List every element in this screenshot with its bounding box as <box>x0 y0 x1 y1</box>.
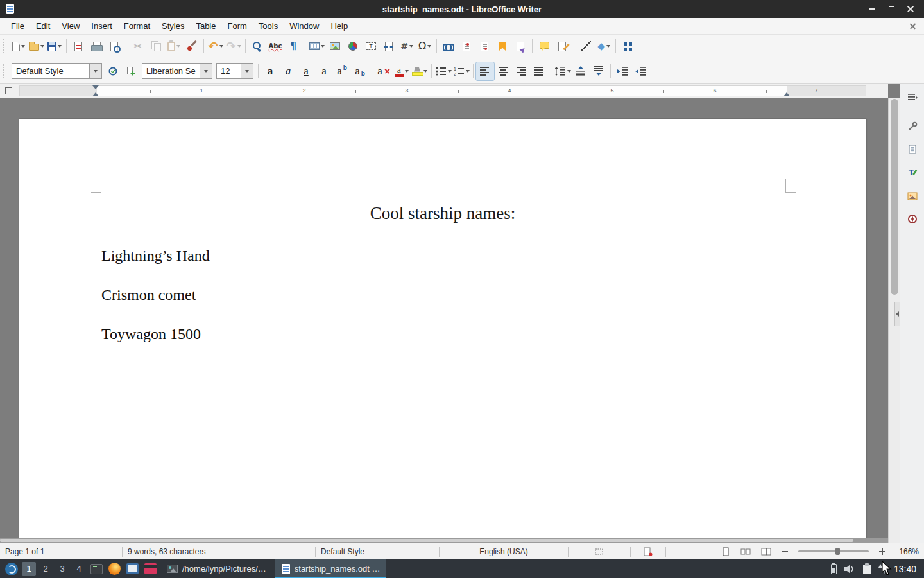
insert-field-button[interactable]: # <box>398 37 416 55</box>
status-language[interactable]: English (USA) <box>440 543 568 559</box>
document-paragraph[interactable]: Toywagon 1500 <box>101 324 866 344</box>
superscript-button[interactable]: ab <box>333 62 351 80</box>
new-style-button[interactable] <box>122 62 140 80</box>
bold-button[interactable]: a <box>261 62 279 80</box>
launcher-terminal-button[interactable] <box>89 561 104 577</box>
formatting-marks-button[interactable]: ¶ <box>284 37 302 55</box>
print-button[interactable] <box>87 37 105 55</box>
zoom-in-button[interactable] <box>874 543 891 559</box>
sidebar-gallery-button[interactable] <box>903 187 921 205</box>
toolbar-grip[interactable] <box>3 39 6 53</box>
insert-hyperlink-button[interactable] <box>440 37 458 55</box>
status-selection-mode[interactable] <box>569 543 630 559</box>
track-changes-button[interactable] <box>553 37 571 55</box>
right-indent-marker[interactable] <box>783 92 790 96</box>
insert-footnote-button[interactable] <box>458 37 475 55</box>
clock[interactable]: 13:40 <box>894 564 916 574</box>
horizontal-scrollbar[interactable] <box>0 538 888 543</box>
numbered-list-button[interactable]: 12 <box>452 62 470 80</box>
open-button[interactable] <box>28 37 46 55</box>
subscript-button[interactable]: ab <box>351 62 369 80</box>
workspace-3-button[interactable]: 3 <box>55 562 69 576</box>
underline-button[interactable]: a <box>297 62 315 80</box>
view-layout-multiple[interactable] <box>735 543 756 559</box>
menu-form[interactable]: Form <box>221 18 252 34</box>
left-indent-marker[interactable] <box>92 92 99 96</box>
launcher-firefox-button[interactable] <box>107 561 122 577</box>
ruler-body[interactable]: 1 2 3 4 5 6 7 <box>19 85 866 96</box>
insert-page-break-button[interactable] <box>380 37 398 55</box>
first-line-indent-marker[interactable] <box>92 85 99 89</box>
status-document-modified[interactable] <box>631 543 665 559</box>
print-preview-button[interactable] <box>105 37 123 55</box>
special-character-button[interactable]: Ω <box>416 37 434 55</box>
launcher-files-button[interactable] <box>124 561 140 577</box>
font-size-dropdown[interactable] <box>241 64 253 78</box>
export-pdf-button[interactable] <box>69 37 87 55</box>
indent-decrease-button[interactable] <box>631 62 649 80</box>
toolbar-grip[interactable] <box>3 64 6 78</box>
status-word-count[interactable]: 9 words, 63 characters <box>123 543 315 559</box>
insert-bookmark-button[interactable] <box>493 37 511 55</box>
document-paragraph[interactable]: Lightning’s Hand <box>101 245 866 266</box>
document-heading[interactable]: Cool starship names: <box>19 202 866 224</box>
cut-button[interactable]: ✂ <box>129 37 147 55</box>
strikethrough-button[interactable]: a <box>315 62 333 80</box>
app-launcher-button[interactable] <box>4 561 19 577</box>
paragraph-style-select[interactable]: Default Style <box>12 63 102 79</box>
save-button[interactable] <box>46 37 64 55</box>
horizontal-scrollbar-thumb[interactable] <box>0 539 853 542</box>
find-replace-button[interactable] <box>248 37 266 55</box>
undo-button[interactable]: ↶ <box>207 37 225 55</box>
vertical-scrollbar-thumb[interactable] <box>891 99 898 295</box>
font-name-select[interactable]: Liberation Se <box>142 63 212 79</box>
menu-insert[interactable]: Insert <box>85 18 118 34</box>
document-workspace[interactable]: Cool starship names: Lightning’s Hand Cr… <box>0 98 888 538</box>
copy-button[interactable] <box>147 37 165 55</box>
sidebar-page-button[interactable] <box>903 141 921 159</box>
line-spacing-button[interactable] <box>554 62 572 80</box>
zoom-slider-handle[interactable] <box>835 548 840 555</box>
task-writer-document[interactable]: startship_names.odt … <box>275 559 387 578</box>
insert-table-button[interactable] <box>308 37 326 55</box>
paragraph-spacing-increase-button[interactable] <box>572 62 590 80</box>
font-color-button[interactable]: a <box>393 62 411 80</box>
update-style-button[interactable] <box>104 62 122 80</box>
spelling-button[interactable]: Abc <box>266 37 284 55</box>
align-center-button[interactable] <box>494 62 512 80</box>
paragraph-spacing-decrease-button[interactable] <box>590 62 608 80</box>
sidebar-navigator-button[interactable] <box>903 210 921 228</box>
sidebar-settings-button[interactable] <box>903 88 921 106</box>
redo-button[interactable]: ↷ <box>225 37 243 55</box>
insert-line-button[interactable] <box>577 37 595 55</box>
zoom-slider[interactable] <box>798 550 869 552</box>
insert-cross-reference-button[interactable] <box>511 37 529 55</box>
menu-help[interactable]: Help <box>325 18 354 34</box>
zoom-percentage[interactable]: 166% <box>891 543 924 559</box>
menu-format[interactable]: Format <box>118 18 156 34</box>
sidebar-styles-button[interactable]: T <box>903 164 921 182</box>
insert-image-button[interactable] <box>326 37 344 55</box>
italic-button[interactable]: a <box>279 62 297 80</box>
view-layout-single[interactable] <box>716 543 735 559</box>
sidebar-hide-handle[interactable] <box>894 302 900 326</box>
close-button[interactable] <box>906 4 915 13</box>
show-draw-functions-button[interactable] <box>619 37 637 55</box>
menu-view[interactable]: View <box>56 18 85 34</box>
tab-stop-selector[interactable] <box>5 87 12 94</box>
clone-formatting-button[interactable] <box>183 37 201 55</box>
new-document-button[interactable] <box>10 37 28 55</box>
paste-button[interactable] <box>165 37 183 55</box>
paragraph-style-dropdown[interactable] <box>89 64 101 78</box>
horizontal-ruler[interactable]: 1 2 3 4 5 6 7 <box>0 84 888 98</box>
sidebar-properties-button[interactable] <box>903 118 921 136</box>
indent-increase-button[interactable] <box>613 62 631 80</box>
minimize-button[interactable] <box>868 4 877 13</box>
menu-tools[interactable]: Tools <box>253 18 284 34</box>
workspace-2-button[interactable]: 2 <box>38 562 53 576</box>
restore-button[interactable] <box>887 4 896 13</box>
launcher-screenshot-button[interactable] <box>142 561 158 577</box>
highlight-color-button[interactable] <box>411 62 429 80</box>
zoom-out-button[interactable] <box>776 543 793 559</box>
menu-edit[interactable]: Edit <box>30 18 56 34</box>
